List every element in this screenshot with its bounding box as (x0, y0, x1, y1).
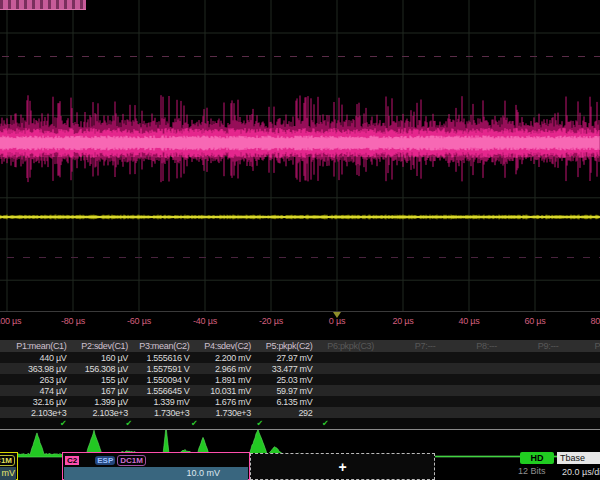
measure-row-num: 2.103e+32.103e+31.730e+31.730e+3292 (0, 407, 600, 418)
c2-coupling-badge: DC1M (117, 455, 146, 466)
measure-status-check: ✔ (207, 419, 273, 429)
measure-row-mean: 363.98 µV156.308 µV1.557591 V2.966 mV33.… (0, 363, 600, 374)
axis-tick-label: -80 µs (61, 316, 85, 326)
resolution-label: 12 Bits (518, 466, 546, 476)
add-trace-button[interactable]: + (250, 453, 435, 480)
measure-value: 1.555616 V (133, 353, 195, 363)
channel-c1-descriptor[interactable]: C1 DC1M 10.0 mV (0, 452, 18, 480)
measure-sdev: 1.676 mV (195, 397, 257, 407)
measure-min: 25.03 mV (256, 375, 318, 385)
measure-min: 155 µV (72, 375, 134, 385)
measure-column-header[interactable]: P8:--- (441, 341, 503, 351)
axis-tick-label: 80 µs (590, 316, 600, 326)
measure-max: 1.556645 V (133, 386, 195, 396)
measure-num: 1.730e+3 (195, 408, 257, 418)
measure-row-max: 474 µV167 µV1.556645 V10.031 mV59.97 mV (0, 385, 600, 396)
waveform-grid (0, 0, 600, 332)
measure-column-header[interactable]: P6:pkpk(C3) (318, 341, 380, 351)
axis-tick-label: 20 µs (392, 316, 413, 326)
measure-status-check: ✔ (10, 419, 76, 429)
measure-min: 263 µV (10, 375, 72, 385)
measure-sdev: 6.135 mV (256, 397, 318, 407)
measure-sdev: 1.339 mV (133, 397, 195, 407)
measure-num: 2.103e+3 (10, 408, 72, 418)
measure-column-header[interactable]: P2:sdev(C1) (72, 341, 134, 351)
measure-column-header[interactable]: P5:pkpk(C2) (256, 341, 318, 351)
measure-column-header[interactable]: P1:mean(C1) (10, 341, 72, 351)
c1-badges-row: C1 DC1M (0, 453, 17, 467)
measure-row-value: 440 µV160 µV1.555616 V2.200 mV27.97 mV (0, 352, 600, 363)
axis-tick-label: -20 µs (259, 316, 283, 326)
oscilloscope-screen: -100 µs-80 µs-60 µs-40 µs-20 µs0 µs20 µs… (0, 0, 600, 480)
measure-column-header[interactable]: P3:mean(C2) (133, 341, 195, 351)
measure-column-header[interactable]: P9:--- (502, 341, 564, 351)
measure-num: 292 (256, 408, 318, 418)
measure-column-header[interactable]: P10:--- (564, 341, 600, 351)
measure-mean: 363.98 µV (10, 364, 72, 374)
timebase-descriptor[interactable]: Tbase 20.0 µs/div (557, 452, 600, 477)
measure-value: 2.200 mV (195, 353, 257, 363)
measure-row-status: ✔✔✔✔✔ (0, 418, 600, 429)
axis-tick-label: -100 µs (0, 316, 21, 326)
measurement-table: P1:mean(C1)P2:sdev(C1)P3:mean(C2)P4:sdev… (0, 340, 600, 429)
axis-tick-label: 60 µs (524, 316, 545, 326)
measure-column-header[interactable]: P7:--- (379, 341, 441, 351)
measure-mean: 1.557591 V (133, 364, 195, 374)
c1-coupling-badge: DC1M (0, 455, 15, 466)
timebase-title: Tbase (557, 452, 600, 464)
measure-max: 10.031 mV (195, 386, 257, 396)
measure-row-sdev: 32.16 µV1.399 µV1.339 mV1.676 mV6.135 mV (0, 396, 600, 407)
axis-tick-label: 40 µs (458, 316, 479, 326)
axis-tick-label: -60 µs (127, 316, 151, 326)
measure-max: 167 µV (72, 386, 134, 396)
measure-min: 1.891 mV (195, 375, 257, 385)
hd-mode-badge[interactable]: HD (520, 452, 554, 464)
c2-label: C2 (65, 456, 79, 465)
measure-row-header: P1:mean(C1)P2:sdev(C1)P3:mean(C2)P4:sdev… (0, 340, 600, 352)
measure-status-check: ✔ (272, 419, 338, 429)
measure-sdev: 1.399 µV (72, 397, 134, 407)
measure-mean: 33.477 mV (256, 364, 318, 374)
trace-label-badge (0, 0, 86, 10)
trigger-position-marker[interactable] (333, 312, 341, 318)
c2-badges-row: C2 ESP DC1M (63, 453, 249, 467)
measure-column-header[interactable]: P4:sdev(C2) (195, 341, 257, 351)
timebase-value: 20.0 µs/div (557, 464, 600, 477)
axis-tick-label: -40 µs (193, 316, 217, 326)
c2-esp-badge: ESP (95, 456, 115, 465)
measure-value: 27.97 mV (256, 353, 318, 363)
c2-vdiv-readout: 10.0 mV (64, 467, 248, 480)
measure-sdev: 32.16 µV (10, 397, 72, 407)
plus-icon: + (338, 460, 346, 474)
measure-num: 1.730e+3 (133, 408, 195, 418)
measure-mean: 2.966 mV (195, 364, 257, 374)
measure-mean: 156.308 µV (72, 364, 134, 374)
measure-status-check: ✔ (76, 419, 142, 429)
channel-c2-descriptor[interactable]: C2 ESP DC1M 10.0 mV (62, 452, 250, 480)
measure-value: 160 µV (72, 353, 134, 363)
measure-row-min: 263 µV155 µV1.550094 V1.891 mV25.03 mV (0, 374, 600, 385)
measure-min: 1.550094 V (133, 375, 195, 385)
c1-vdiv-readout: 10.0 mV (0, 467, 16, 480)
measure-max: 59.97 mV (256, 386, 318, 396)
measure-num: 2.103e+3 (72, 408, 134, 418)
measure-status-check: ✔ (141, 419, 207, 429)
measure-value: 440 µV (10, 353, 72, 363)
measure-max: 474 µV (10, 386, 72, 396)
